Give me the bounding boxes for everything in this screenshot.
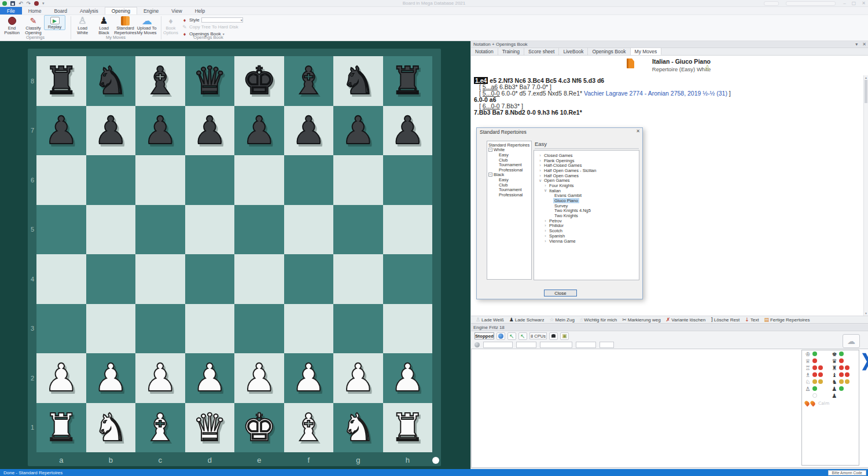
expand-icon[interactable]: › (543, 184, 548, 188)
expand-icon[interactable]: › (538, 153, 543, 158)
square-h5[interactable] (383, 205, 433, 255)
notation-window-titlebar[interactable]: Notation + Openings Book ▾ ✕ (471, 41, 868, 48)
square-f7[interactable]: ♟ (284, 106, 334, 156)
hash-table-button[interactable]: ▣ (560, 332, 569, 340)
repertoire-category-club[interactable]: Club (487, 158, 531, 163)
expand-icon[interactable]: › (543, 219, 548, 223)
ribbon-tab-view[interactable]: View (165, 7, 188, 14)
black-pawn[interactable]: ♟ (383, 106, 433, 156)
opening-item-italian[interactable]: ∨Italian (534, 188, 639, 193)
opening-item-evans-gambit[interactable]: Evans Gambit (534, 193, 639, 199)
standard-repertoires-button[interactable]: Standard Repertoires (115, 15, 136, 35)
tab-notation[interactable]: Notation (471, 48, 498, 55)
white-pawn[interactable]: ♟ (333, 353, 383, 403)
white-pawn[interactable]: ♟ (36, 353, 86, 403)
opening-item-scotch[interactable]: ›Scotch (534, 228, 639, 233)
collapse-icon[interactable]: − (488, 173, 492, 177)
square-e5[interactable] (234, 205, 284, 255)
expand-icon[interactable]: › (543, 234, 548, 238)
ribbon-tab-board[interactable]: Board (47, 7, 73, 14)
square-h8[interactable]: ♜ (383, 56, 433, 106)
black-pawn[interactable]: ♟ (185, 106, 235, 156)
engine-input-2[interactable] (516, 342, 536, 348)
engine-input-1[interactable] (483, 342, 513, 348)
opening-item-philidor[interactable]: ›Philidor (534, 224, 639, 229)
opening-item-half-open-games[interactable]: ›Half Open Games (534, 173, 639, 178)
engine-window-titlebar[interactable]: Engine Fritz 18 (471, 324, 868, 331)
square-c5[interactable] (135, 205, 185, 255)
toolbar-l-sche-rest[interactable]: ]Lösche Rest (711, 317, 740, 323)
load-black-button[interactable]: ♟Load Black (93, 15, 115, 35)
opening-item-giuco-piano[interactable]: Giuco Piano (534, 198, 639, 203)
square-c6[interactable] (135, 155, 185, 205)
white-king[interactable]: ♚ (234, 403, 284, 453)
square-c8[interactable]: ♝ (135, 56, 185, 106)
opening-item-half-open-games-sicilian[interactable]: ›Half Open Games - Sicilian (534, 168, 639, 173)
square-f5[interactable] (284, 205, 334, 255)
square-a2[interactable]: ♟ (36, 353, 86, 403)
square-g3[interactable] (333, 304, 383, 354)
toolbar-variante-l-schen[interactable]: ✗Variante löschen (666, 317, 706, 323)
square-a1[interactable]: ♜ (36, 403, 86, 453)
expand-icon[interactable]: › (538, 159, 543, 163)
collapse-icon[interactable]: ∨ (543, 188, 548, 193)
repertoire-category-list[interactable]: Standard Repertoires−WhiteEasyClubTourna… (487, 141, 532, 280)
book-options-button[interactable]: ♦ Book Options (162, 15, 179, 37)
opening-item-survey[interactable]: Survey (534, 203, 639, 208)
square-c4[interactable] (135, 254, 185, 304)
opening-item-petrov[interactable]: ›Petrov (534, 218, 639, 224)
opening-item-closed-games[interactable]: ›Closed Games (534, 153, 639, 158)
square-e3[interactable] (234, 304, 284, 354)
load-white-button[interactable]: ♙Load White (72, 15, 93, 35)
square-g6[interactable] (333, 155, 383, 205)
expand-icon[interactable]: › (538, 169, 543, 173)
move-token[interactable]: 6.0-0* d5 7.exd5 Nxd5 8.Re1* (500, 90, 584, 97)
square-f3[interactable] (284, 304, 334, 354)
engine-power-button[interactable] (496, 332, 505, 340)
end-position-button[interactable]: End Position (1, 15, 23, 35)
expand-icon[interactable]: › (543, 224, 548, 228)
white-pawn[interactable]: ♟ (185, 353, 235, 403)
square-f4[interactable] (284, 254, 334, 304)
square-h1[interactable]: ♜ (383, 403, 433, 453)
square-g7[interactable]: ♟ (333, 106, 383, 156)
square-f2[interactable]: ♟ (284, 353, 334, 403)
replay-button[interactable]: ▶Replay (44, 15, 65, 30)
repertoire-category-tournament[interactable]: Tournament (487, 162, 531, 167)
engine-input-3[interactable] (540, 342, 572, 348)
square-h2[interactable]: ♟ (383, 353, 433, 403)
opening-item-flank-openings[interactable]: ›Flank Openings (534, 158, 639, 163)
toolbar-lade-schwarz[interactable]: ♟Lade Schwarz (509, 317, 545, 323)
square-b3[interactable] (86, 304, 136, 354)
ribbon-tab-file[interactable]: File (0, 7, 22, 14)
repertoire-category-tournament[interactable]: Tournament (487, 187, 531, 192)
engine-input-4[interactable] (576, 342, 596, 348)
square-a7[interactable]: ♟ (36, 106, 86, 156)
black-pawn[interactable]: ♟ (135, 106, 185, 156)
square-e1[interactable]: ♚ (234, 403, 284, 453)
square-a3[interactable] (36, 304, 86, 354)
close-icon[interactable]: ✕ (862, 1, 866, 6)
square-a8[interactable]: ♜ (36, 56, 86, 106)
style-row[interactable]: ♦ Style ▾ (182, 17, 243, 23)
opening-item-vienna-game[interactable]: ›Vienna Game (534, 239, 639, 244)
square-c7[interactable]: ♟ (135, 106, 185, 156)
white-queen[interactable]: ♛ (185, 403, 235, 453)
ribbon-tab-opening[interactable]: Opening (105, 7, 137, 14)
square-g1[interactable]: ♞ (333, 403, 383, 453)
openings-tree[interactable]: ›Closed Games›Flank Openings›Half-Closed… (534, 150, 639, 280)
toolbar-lade-wei-[interactable]: ♙Lade Weiß (476, 317, 504, 323)
move-token[interactable]: 7.Bb3 Ba7 8.Nbd2 0-0 9.h3 h6 10.Re1* (474, 109, 582, 116)
opening-item-half-closed-games[interactable]: ›Half-Closed Games (534, 163, 639, 168)
square-e8[interactable]: ♚ (234, 56, 284, 106)
square-d2[interactable]: ♟ (185, 353, 235, 403)
black-king[interactable]: ♚ (234, 56, 284, 106)
minimize-icon[interactable]: ‒ (843, 1, 845, 6)
black-bishop[interactable]: ♝ (284, 56, 334, 106)
repertoire-category-white[interactable]: −White (487, 148, 531, 153)
ribbon-options-icon[interactable] (764, 1, 779, 6)
square-h3[interactable] (383, 304, 433, 354)
square-h6[interactable] (383, 155, 433, 205)
collapse-icon[interactable]: ∨ (538, 178, 543, 183)
panel-close-icon[interactable]: ✕ (862, 42, 866, 47)
